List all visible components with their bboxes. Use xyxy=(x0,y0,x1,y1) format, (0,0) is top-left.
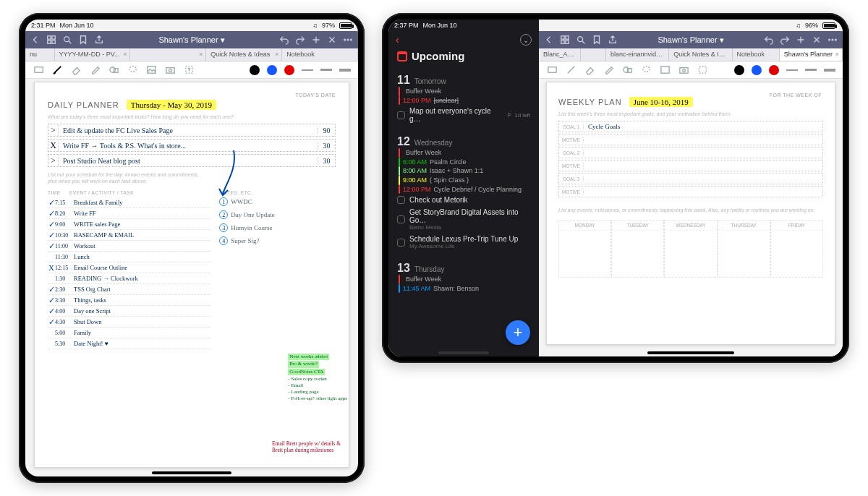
document-title[interactable]: Shawn's Planner▾ xyxy=(623,35,759,45)
color-black[interactable] xyxy=(734,65,744,75)
tab[interactable]: Quick Notes & Ideas xyxy=(669,48,732,61)
back-icon[interactable] xyxy=(543,34,555,46)
todo-item[interactable]: Map out everyone's cycle g…🏳 1d left xyxy=(397,105,530,125)
grid-icon[interactable] xyxy=(559,34,571,46)
lasso-tool-icon[interactable] xyxy=(127,64,138,76)
highlighter-tool-icon[interactable] xyxy=(89,64,101,76)
checkbox[interactable] xyxy=(397,111,405,119)
close-icon[interactable] xyxy=(811,34,822,46)
schedule-activity: Things, tasks xyxy=(74,296,210,304)
tab[interactable]: Quick Notes & Ideas× xyxy=(206,48,282,61)
tab[interactable]: blanc-einannvidden... xyxy=(606,48,669,61)
back-icon[interactable] xyxy=(30,34,41,46)
color-blue[interactable] xyxy=(267,65,277,75)
camera-tool-icon[interactable] xyxy=(678,64,689,76)
more-icon[interactable] xyxy=(827,34,838,46)
close-tab-icon[interactable]: × xyxy=(275,51,278,58)
add-todo-button[interactable]: + xyxy=(506,320,530,345)
add-icon[interactable] xyxy=(795,34,807,46)
checkbox[interactable] xyxy=(397,196,405,204)
color-blue[interactable] xyxy=(752,65,762,75)
schedule-check: ✓ xyxy=(48,307,55,316)
bookmark-icon[interactable] xyxy=(591,34,603,46)
green-annotation: Next weeks adshot Pro & wwdc? GoodNotes … xyxy=(288,354,347,402)
checkbox[interactable] xyxy=(397,215,405,223)
bookmark-icon[interactable] xyxy=(77,34,89,46)
tab[interactable]: Blanc_An... xyxy=(539,48,581,61)
things-app: 2:37 PM Mon Jun 10 ‹ ⌄ Upcoming 11Tomorr… xyxy=(388,20,539,356)
planner-page[interactable]: TODAY'S DATE DAILY PLANNER Thursday - Ma… xyxy=(34,82,349,468)
zoom-tool-icon[interactable] xyxy=(546,64,558,76)
shape-tool-icon[interactable] xyxy=(621,64,633,76)
shape-tool-icon[interactable] xyxy=(108,64,119,76)
back-icon[interactable]: ‹ xyxy=(396,34,399,46)
highlighter-tool-icon[interactable] xyxy=(603,64,614,76)
schedule-time: 5:00 xyxy=(55,330,74,336)
close-tab-icon[interactable]: × xyxy=(199,51,203,58)
tab[interactable]: YYYY-MM-DD - PV...× xyxy=(55,48,131,61)
share-icon[interactable] xyxy=(607,34,618,46)
schedule-activity: Family xyxy=(74,329,210,336)
lasso-tool-icon[interactable] xyxy=(640,64,652,76)
color-black[interactable] xyxy=(250,65,260,75)
schedule-time: 7:15 xyxy=(55,200,74,206)
search-icon[interactable] xyxy=(575,34,587,46)
document-title[interactable]: Shawn's Planner▾ xyxy=(109,35,274,45)
tab[interactable]: nu xyxy=(25,48,55,61)
add-icon[interactable] xyxy=(310,34,322,46)
filter-icon[interactable]: ⌄ xyxy=(520,34,532,46)
eraser-tool-icon[interactable] xyxy=(584,64,595,76)
search-icon[interactable] xyxy=(61,34,73,46)
eraser-tool-icon[interactable] xyxy=(70,64,82,76)
tab[interactable] xyxy=(581,48,606,61)
todo-item[interactable]: Get StoryBrand Digital Assets into Go…Bl… xyxy=(397,206,530,233)
checkbox[interactable] xyxy=(397,239,405,247)
note-item: 4 Super Sig? xyxy=(219,236,336,245)
zoom-tool-icon[interactable] xyxy=(33,64,44,76)
share-icon[interactable] xyxy=(93,34,105,46)
camera-tool-icon[interactable] xyxy=(164,64,176,76)
more-icon[interactable] xyxy=(342,34,354,46)
image-tool-icon[interactable] xyxy=(659,64,671,76)
pen-tool-icon[interactable] xyxy=(51,64,63,76)
page-hint: List this week's three most important go… xyxy=(558,111,823,116)
task-row: X Write FF → Tools & P.S. What's in stor… xyxy=(48,139,336,152)
stroke-thick[interactable] xyxy=(824,69,835,72)
stroke-thick[interactable] xyxy=(339,69,351,72)
grid-icon[interactable] xyxy=(46,34,57,46)
todo-item[interactable]: Check out Metorik xyxy=(397,194,530,206)
stroke-mid[interactable] xyxy=(805,69,817,71)
pen-tool-icon[interactable] xyxy=(565,64,576,76)
weekly-page[interactable]: FOR THE WEEK OF WEEKLY PLAN June 10-16, … xyxy=(546,82,835,345)
stroke-thin[interactable] xyxy=(786,69,798,71)
schedule-time: 9:00 xyxy=(55,221,74,228)
undo-icon[interactable] xyxy=(278,34,290,46)
image-tool-icon[interactable] xyxy=(145,64,157,76)
svg-point-20 xyxy=(578,37,583,42)
tab[interactable]: Shawn's Planner× xyxy=(780,48,843,61)
stroke-mid[interactable] xyxy=(320,69,332,71)
undo-icon[interactable] xyxy=(763,34,775,46)
redo-icon[interactable] xyxy=(779,34,791,46)
stroke-thin[interactable] xyxy=(302,69,313,71)
color-red[interactable] xyxy=(769,65,779,75)
tab[interactable]: Notebook xyxy=(282,48,358,61)
color-red[interactable] xyxy=(284,65,294,75)
ipad-landscape: 2:37 PM Mon Jun 10 ‹ ⌄ Upcoming 11Tomorr… xyxy=(382,13,849,363)
text-tool-icon[interactable] xyxy=(183,64,195,76)
redo-icon[interactable] xyxy=(294,34,306,46)
text-tool-icon[interactable] xyxy=(697,64,708,76)
week-day-label: FRIDAY xyxy=(771,221,822,231)
day-name: Wednesday xyxy=(414,139,453,147)
todo-item[interactable]: Schedule Lexus Pre-Trip Tune UpMy Awesom… xyxy=(397,233,530,252)
schedule-check: ✓ xyxy=(48,198,55,208)
tab[interactable]: Notebook xyxy=(733,48,780,61)
svg-rect-18 xyxy=(561,40,564,43)
goal-label: GOAL 2 xyxy=(559,150,584,155)
tab[interactable]: × xyxy=(130,48,206,61)
chevron-down-icon: ▾ xyxy=(720,35,724,45)
close-tab-icon[interactable]: × xyxy=(835,51,839,58)
close-tab-icon[interactable]: × xyxy=(123,51,127,58)
week-day-col: TUESDAY xyxy=(611,220,664,278)
close-icon[interactable] xyxy=(326,34,338,46)
